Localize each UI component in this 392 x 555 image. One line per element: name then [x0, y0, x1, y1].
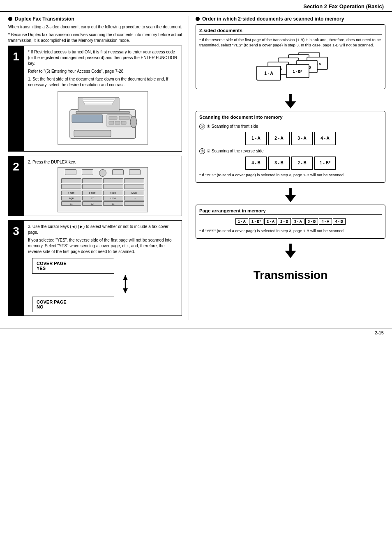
- page-arr-note: * If "YES" (to send a cover page) is sel…: [199, 228, 382, 233]
- step1-note-restricted: * If Restricted access is turned ON, it …: [28, 49, 178, 67]
- scan-step-1-circle: ①: [199, 124, 205, 129]
- step-2-content: 2. Press the DUPLEX key.: [23, 156, 182, 216]
- reverse-card-1: 4 - B: [245, 157, 267, 170]
- big-arrow-svg-1: [284, 94, 297, 108]
- panel-btn-4: [129, 169, 141, 175]
- reverse-card-3: 2 - B: [291, 157, 313, 170]
- reverse-card-4: 1 - B*: [314, 157, 336, 170]
- scan-front-cards: 1 - A 2 - A 3 - A 4 - A: [199, 132, 382, 145]
- front-card-3: 3 - A: [291, 132, 313, 145]
- scan-step-2-circle: ②: [199, 148, 205, 154]
- bullet-icon: [8, 17, 12, 21]
- scan-step-2: ② ② Scanning of the reverse side: [199, 148, 382, 154]
- svg-marker-40: [285, 251, 296, 258]
- svg-point-15: [130, 116, 137, 128]
- header-title: Section 2 Fax Operation (Basic): [303, 3, 384, 9]
- step-3-number: 3: [9, 221, 23, 315]
- panel-btn-2: [82, 169, 93, 175]
- panel-numpad: 1 ABC 2 DEF 3 GHI MNO PQR ST UVW ↕↑↓ 11 …: [58, 190, 148, 207]
- scan-step-2-label: ② Scanning of the reverse side: [207, 149, 264, 153]
- step-1-number: 1: [9, 46, 23, 151]
- main-content: Duplex Fax Transmission When transmittin…: [0, 12, 392, 324]
- panel-dial-1: [99, 169, 106, 177]
- panel-top-row: [58, 168, 148, 177]
- step-2-container: 2 2. Press the DUPLEX key.: [8, 156, 182, 216]
- front-card-4: 4 - A: [314, 132, 336, 145]
- left-section-title: Duplex Fax Transmission: [8, 16, 182, 22]
- arrow-to-page-arr: [196, 188, 385, 202]
- panel-num-12: [124, 201, 144, 206]
- left-column: Duplex Fax Transmission When transmittin…: [0, 16, 189, 320]
- step1-instruction: 1. Set the front side of the document fa…: [28, 76, 178, 88]
- panel-num-7: UVW: [103, 196, 123, 200]
- panel-num-4: MNO: [124, 191, 144, 195]
- step3-instruction: 3. Use the cursor keys (◄) (►) to select…: [28, 224, 178, 235]
- cover-page-no-value: NO: [37, 304, 110, 309]
- right-section-title-text: Order in which 2-sided documents are sca…: [202, 16, 344, 22]
- svg-marker-38: [285, 195, 296, 202]
- panel-num-11: 13: [103, 201, 123, 206]
- two-sided-box: 2-sided documents * If the reverse side …: [196, 24, 385, 89]
- page: Section 2 Fax Operation (Basic) Duplex F…: [0, 0, 392, 555]
- scan-reverse-cards: 4 - B 3 - B 2 - B 1 - B*: [199, 157, 382, 170]
- step1-note-refer: Refer to "(5) Entering Your Access Code"…: [28, 69, 178, 74]
- arr-card-5: 3 - A: [292, 218, 304, 225]
- right-section-title: Order in which 2-sided documents are sca…: [196, 16, 385, 22]
- updown-arrow: [73, 275, 178, 293]
- panel-key-1: [61, 178, 81, 183]
- svg-marker-18: [123, 288, 128, 293]
- reverse-card-2: 3 - B: [268, 157, 290, 170]
- svg-rect-10: [109, 121, 114, 124]
- svg-rect-4: [84, 101, 113, 103]
- note1: * Because Duplex fax transmission involv…: [8, 32, 182, 44]
- arr-card-3: 2 - A: [264, 218, 277, 225]
- panel-num-3: 3 GHI: [103, 191, 123, 195]
- arr-card-7: 4 - A: [319, 218, 332, 225]
- panel-num-6: ST: [82, 196, 102, 200]
- panel-key-6: [82, 184, 102, 189]
- step2-instruction: 2. Press the DUPLEX key.: [28, 159, 178, 165]
- scan-step-1: ① ① Scanning of the front side: [199, 124, 382, 129]
- scanning-title: Scanning the document into memory: [199, 115, 382, 121]
- panel-key-2: [82, 178, 102, 183]
- panel-keys-row: [58, 177, 148, 190]
- step-3-content: 3. Use the cursor keys (◄) (►) to select…: [23, 221, 182, 315]
- transmission-label: Transmission: [196, 265, 385, 286]
- svg-rect-2: [82, 98, 115, 100]
- page-arr-title: Page arrangement in memory: [199, 208, 382, 215]
- stacked-docs-area: 4 - B 3 - B 4 - A 3 - A 2 - B 2 - A 1 - …: [199, 51, 382, 82]
- panel-num-8: ↕↑↓: [124, 196, 144, 200]
- cover-page-yes-label: COVER PAGE: [37, 261, 110, 266]
- step-2-number: 2: [9, 156, 23, 216]
- panel-image: 1 ABC 2 DEF 3 GHI MNO PQR ST UVW ↕↑↓ 11 …: [58, 167, 148, 212]
- svg-rect-9: [119, 116, 129, 120]
- cover-page-yes-value: YES: [37, 266, 110, 271]
- step-3-container: 3 3. Use the cursor keys (◄) (►) to sele…: [8, 220, 182, 316]
- scan-step-1-label: ① Scanning of the front side: [207, 124, 258, 129]
- arrow-to-transmission: [196, 244, 385, 258]
- right-bullet-icon: [196, 17, 200, 21]
- svg-marker-36: [285, 101, 296, 108]
- svg-rect-13: [72, 115, 103, 123]
- svg-rect-8: [109, 116, 117, 120]
- arrow-to-scanning: [196, 94, 385, 108]
- page-number: 2-15: [375, 330, 384, 335]
- panel-num-9: 11: [61, 201, 81, 206]
- stacked-docs-svg: 4 - B 3 - B 4 - A 3 - A 2 - B 2 - A 1 - …: [229, 51, 352, 82]
- page-arrangement-box: Page arrangement in memory 1 - A 1 - B* …: [196, 205, 385, 239]
- step-1-content: * If Restricted access is turned ON, it …: [23, 46, 182, 151]
- page-header: Section 2 Fax Operation (Basic): [0, 0, 392, 12]
- panel-key-4: [124, 178, 144, 183]
- two-sided-title: 2-sided documents: [199, 28, 382, 35]
- page-footer: 2-15: [0, 328, 392, 337]
- cover-page-no-box: COVER PAGE NO: [32, 297, 114, 312]
- panel-num-2: 2 DEF: [82, 191, 102, 195]
- scan-note: * If "YES" (to send a cover page) is sel…: [199, 172, 382, 177]
- svg-text:1 - A: 1 - A: [264, 71, 273, 76]
- big-arrow-svg-3: [284, 244, 297, 258]
- svg-rect-14: [74, 130, 111, 137]
- svg-text:1 - B*: 1 - B*: [293, 69, 302, 74]
- svg-rect-3: [83, 100, 114, 101]
- page-arr-cards-row: 1 - A 1 - B* 2 - A 2 - B 3 - A 3 - B 4 -…: [199, 218, 382, 225]
- arr-card-4: 2 - B: [278, 218, 291, 225]
